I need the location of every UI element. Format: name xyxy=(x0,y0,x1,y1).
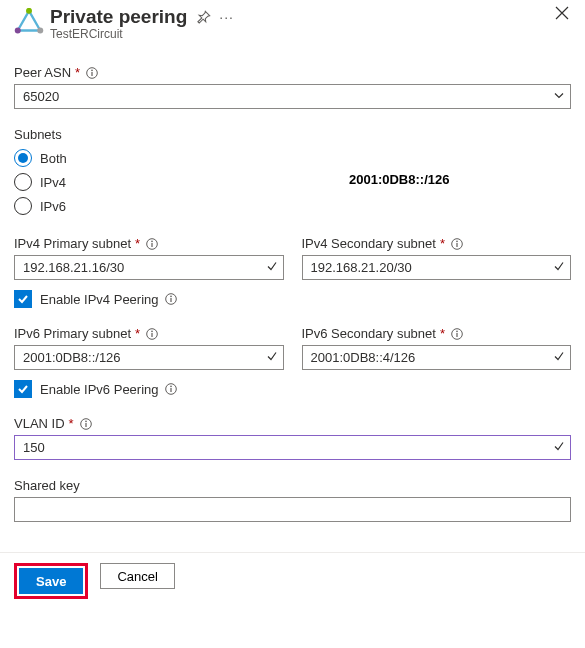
svg-point-2 xyxy=(37,28,43,34)
svg-rect-18 xyxy=(152,333,153,337)
shared-key-label: Shared key xyxy=(14,478,571,493)
vlan-id-label: VLAN ID* xyxy=(14,416,571,431)
radio-option-both[interactable]: Both xyxy=(14,146,571,170)
radio-option-ipv4[interactable]: IPv4 2001:0DB8::/126 xyxy=(14,170,571,194)
svg-point-5 xyxy=(91,69,93,71)
subnets-radio-group: Both IPv4 2001:0DB8::/126 IPv6 xyxy=(14,146,571,218)
svg-point-20 xyxy=(456,330,458,332)
svg-rect-27 xyxy=(85,423,86,427)
info-icon[interactable] xyxy=(146,328,158,340)
floating-hint-text: 2001:0DB8::/126 xyxy=(349,172,449,187)
svg-point-8 xyxy=(151,240,153,242)
peer-asn-input[interactable] xyxy=(14,84,571,109)
ipv6-secondary-label: IPv6 Secondary subnet* xyxy=(302,326,572,341)
checkbox-checked-icon xyxy=(14,290,32,308)
svg-point-3 xyxy=(15,28,21,34)
blade-header: Private peering ··· TestERCircuit xyxy=(14,6,571,41)
svg-rect-12 xyxy=(456,243,457,247)
pin-icon[interactable] xyxy=(197,10,211,24)
svg-rect-9 xyxy=(152,243,153,247)
cancel-button[interactable]: Cancel xyxy=(100,563,174,589)
info-icon[interactable] xyxy=(80,418,92,430)
ipv6-primary-input[interactable] xyxy=(14,345,284,370)
breadcrumb-subtitle: TestERCircuit xyxy=(50,27,555,41)
peer-asn-label: Peer ASN* xyxy=(14,65,571,80)
svg-point-1 xyxy=(26,8,32,14)
footer-bar: Save Cancel xyxy=(0,553,585,611)
save-button-highlight: Save xyxy=(14,563,88,599)
info-icon[interactable] xyxy=(86,67,98,79)
close-button[interactable] xyxy=(555,6,571,22)
ipv4-secondary-input[interactable] xyxy=(302,255,572,280)
info-icon[interactable] xyxy=(165,383,177,395)
svg-point-26 xyxy=(85,420,87,422)
subnets-label: Subnets xyxy=(14,127,571,142)
ipv6-secondary-input[interactable] xyxy=(302,345,572,370)
info-icon[interactable] xyxy=(451,328,463,340)
info-icon[interactable] xyxy=(165,293,177,305)
info-icon[interactable] xyxy=(451,238,463,250)
shared-key-input[interactable] xyxy=(14,497,571,522)
vlan-id-input[interactable] xyxy=(14,435,571,460)
svg-rect-6 xyxy=(92,72,93,76)
enable-ipv6-checkbox[interactable]: Enable IPv6 Peering xyxy=(14,380,571,398)
ipv4-primary-label: IPv4 Primary subnet* xyxy=(14,236,284,251)
more-icon[interactable]: ··· xyxy=(219,9,234,25)
ipv4-secondary-label: IPv4 Secondary subnet* xyxy=(302,236,572,251)
radio-option-ipv6[interactable]: IPv6 xyxy=(14,194,571,218)
enable-ipv4-checkbox[interactable]: Enable IPv4 Peering xyxy=(14,290,571,308)
svg-rect-24 xyxy=(170,388,171,392)
svg-point-11 xyxy=(456,240,458,242)
svg-rect-21 xyxy=(456,333,457,337)
radio-icon xyxy=(14,173,32,191)
peering-logo-icon xyxy=(14,8,44,38)
page-title: Private peering xyxy=(50,6,187,28)
info-icon[interactable] xyxy=(146,238,158,250)
ipv4-primary-input[interactable] xyxy=(14,255,284,280)
radio-icon xyxy=(14,197,32,215)
svg-rect-15 xyxy=(170,298,171,302)
svg-point-17 xyxy=(151,330,153,332)
radio-icon xyxy=(14,149,32,167)
ipv6-primary-label: IPv6 Primary subnet* xyxy=(14,326,284,341)
save-button[interactable]: Save xyxy=(19,568,83,594)
svg-point-14 xyxy=(170,296,172,298)
svg-point-23 xyxy=(170,386,172,388)
checkbox-checked-icon xyxy=(14,380,32,398)
